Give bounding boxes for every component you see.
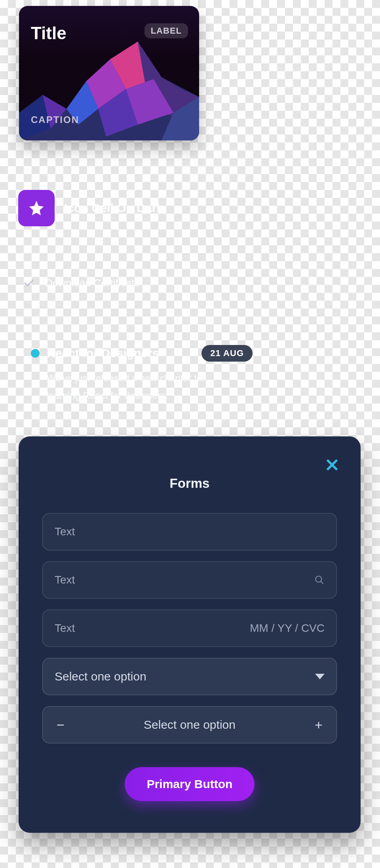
icon-cell-title: Icon Cell On Dark (64, 201, 163, 215)
select-dropdown[interactable]: Select one option (42, 658, 337, 695)
status-dot (31, 349, 40, 358)
stepper-select-label: Select one option (144, 718, 236, 732)
svg-line-13 (321, 581, 323, 584)
forms-panel: Forms Text Text Text MM / YY / CVC Selec… (19, 436, 361, 833)
star-icon (28, 199, 45, 217)
react-item-description: We've just released a new chapter for le… (47, 370, 221, 405)
text-input-1-placeholder: Text (55, 525, 75, 538)
feature-card[interactable]: Title LABEL CAPTION (19, 6, 199, 140)
star-icon-box (18, 190, 55, 226)
minus-icon[interactable]: − (55, 717, 66, 733)
chevron-down-icon (315, 674, 325, 679)
close-icon (325, 458, 339, 472)
card-label-badge: LABEL (144, 23, 188, 38)
download-certificate-row[interactable]: Download Certificate (23, 277, 140, 289)
card-hint: MM / YY / CVC (250, 622, 325, 635)
download-certificate-label: Download Certificate (45, 277, 140, 289)
forms-title: Forms (42, 476, 337, 491)
icon-cell-on-dark[interactable]: Icon Cell On Dark (18, 190, 163, 226)
text-input-search[interactable]: Text (42, 561, 337, 599)
date-badge: 21 AUG (201, 345, 253, 362)
react-item-title: React for Designers (47, 347, 194, 360)
select-dropdown-label: Select one option (55, 670, 146, 683)
close-button[interactable] (325, 458, 339, 474)
text-input-card-placeholder: Text (55, 622, 75, 635)
plus-icon[interactable]: + (313, 717, 325, 733)
react-for-designers-item[interactable]: React for Designers 21 AUG We've just re… (31, 345, 253, 405)
text-input-search-placeholder: Text (55, 574, 75, 586)
card-title: Title (31, 23, 66, 43)
card-caption: CAPTION (31, 114, 79, 125)
svg-point-12 (315, 576, 321, 582)
stepper-select[interactable]: − Select one option + (42, 706, 337, 743)
primary-button[interactable]: Primary Button (125, 767, 255, 801)
check-icon (23, 277, 35, 289)
text-input-card[interactable]: Text MM / YY / CVC (42, 610, 337, 647)
search-icon (314, 575, 325, 585)
text-input-1[interactable]: Text (42, 513, 337, 550)
